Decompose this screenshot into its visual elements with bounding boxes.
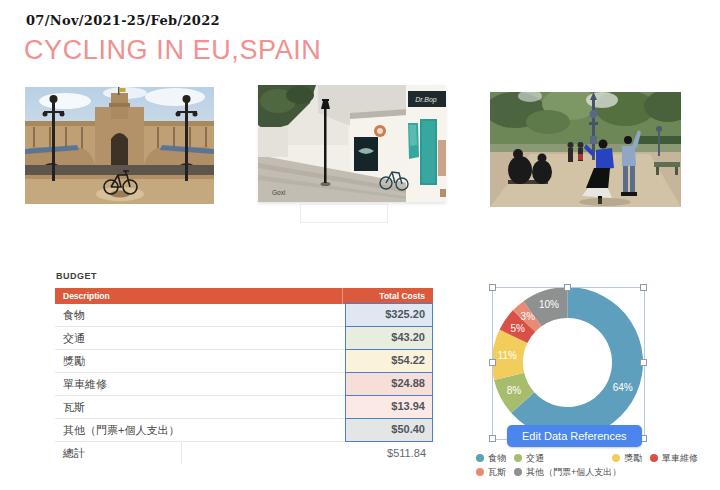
- photo-plaza-dancers[interactable]: [490, 92, 681, 207]
- slice-percent-label: 10%: [539, 299, 559, 310]
- selection-handle-ne[interactable]: [640, 284, 647, 291]
- table-row: 食物 $325.20: [55, 304, 433, 327]
- legend-item: 交通: [514, 452, 544, 465]
- legend-label: 食物: [488, 452, 506, 465]
- legend-label: 獎勵: [624, 452, 642, 465]
- table-row: 交通 $43.20: [55, 327, 433, 350]
- row-label[interactable]: 食物: [55, 304, 345, 327]
- date-range-text[interactable]: 07/Nov/2021-25/Feb/2022: [26, 13, 220, 28]
- slice-percent-label: 8%: [507, 385, 522, 396]
- row-value[interactable]: $325.20: [345, 303, 433, 328]
- legend-label: 其他（門票+個人支出）: [526, 466, 621, 479]
- selection-handle-n[interactable]: [564, 284, 571, 291]
- legend-item: 獎勵: [612, 452, 642, 465]
- legend-dot-icon: [650, 454, 658, 462]
- row-label[interactable]: 其他（門票+個人支出）: [55, 419, 345, 442]
- legend-dot-icon: [514, 454, 522, 462]
- selection-handle-e[interactable]: [640, 359, 647, 366]
- photo-plaza-espana[interactable]: [25, 87, 214, 204]
- selection-handle-sw[interactable]: [489, 435, 496, 442]
- photo-watermark: Goxi: [272, 189, 285, 196]
- row-value[interactable]: $13.94: [345, 395, 433, 420]
- slice-percent-label: 11%: [498, 350, 517, 361]
- slice-percent-label: 5%: [511, 323, 526, 334]
- budget-section-label[interactable]: BUDGET: [56, 271, 97, 281]
- table-total-row: 總計 $511.84: [55, 442, 433, 464]
- row-label[interactable]: 獎勵: [55, 350, 345, 373]
- total-label[interactable]: 總計: [55, 442, 182, 464]
- table-row: 獎勵 $54.22: [55, 350, 433, 373]
- photo-white-street[interactable]: Dr.Bop Goxi: [258, 85, 446, 202]
- legend-dot-icon: [612, 454, 620, 462]
- legend-label: 交通: [526, 452, 544, 465]
- legend-item: 單車維修: [650, 452, 698, 465]
- row-label[interactable]: 交通: [55, 327, 345, 350]
- table-row: 單車維修 $24.88: [55, 373, 433, 396]
- column-header-description[interactable]: Description: [55, 288, 342, 304]
- legend-label: 單車維修: [662, 452, 698, 465]
- legend-item: 瓦斯: [476, 466, 506, 479]
- slide-canvas: 07/Nov/2021-25/Feb/2022 CYCLING IN EU,SP…: [0, 0, 720, 490]
- selection-handle-nw[interactable]: [489, 284, 496, 291]
- svg-text:Dr.Bop: Dr.Bop: [415, 96, 437, 104]
- budget-table: Description Total Costs 食物 $325.20 交通 $4…: [55, 288, 433, 464]
- row-value[interactable]: $43.20: [345, 326, 433, 351]
- row-label[interactable]: 瓦斯: [55, 396, 345, 419]
- text-placeholder[interactable]: [300, 204, 388, 223]
- row-value[interactable]: $24.88: [345, 372, 433, 397]
- legend-item: 食物: [476, 452, 506, 465]
- legend-dot-icon: [476, 468, 484, 476]
- legend-item: 其他（門票+個人支出）: [514, 466, 621, 479]
- row-label[interactable]: 單車維修: [55, 373, 345, 396]
- row-value[interactable]: $54.22: [345, 349, 433, 374]
- page-title[interactable]: CYCLING IN EU,SPAIN: [24, 35, 321, 66]
- slice-percent-label: 64%: [613, 382, 633, 393]
- table-row: 瓦斯 $13.94: [55, 396, 433, 419]
- chart-legend[interactable]: 食物 交通 獎勵 單車維修 瓦斯 其他（門票+個人支出）: [476, 451, 698, 479]
- table-row: 其他（門票+個人支出） $50.40: [55, 419, 433, 442]
- legend-dot-icon: [514, 468, 522, 476]
- total-filler-cell[interactable]: [182, 442, 345, 464]
- selection-handle-w[interactable]: [489, 359, 496, 366]
- edit-data-references-button[interactable]: Edit Data References: [507, 425, 642, 447]
- legend-dot-icon: [476, 454, 484, 462]
- legend-label: 瓦斯: [488, 466, 506, 479]
- total-value[interactable]: $511.84: [345, 442, 433, 464]
- row-value[interactable]: $50.40: [345, 418, 433, 443]
